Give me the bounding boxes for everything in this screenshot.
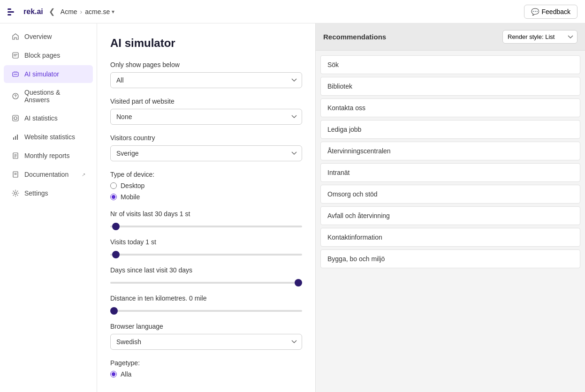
sidebar-item-questions-answers[interactable]: Questions & Answers bbox=[4, 84, 93, 108]
pagetype-alla-option[interactable]: Alla bbox=[110, 370, 302, 378]
topbar-left: rek.ai ❮ Acme › acme.se ▾ bbox=[8, 7, 114, 16]
home-icon bbox=[11, 32, 20, 41]
distance-slider-container bbox=[110, 306, 302, 313]
ai-stats-icon bbox=[11, 114, 20, 122]
device-desktop-radio[interactable] bbox=[110, 182, 117, 189]
breadcrumb-current-label: acme.se bbox=[85, 8, 110, 15]
svg-rect-3 bbox=[13, 53, 18, 58]
recommendation-item[interactable]: Sök bbox=[320, 55, 580, 74]
feedback-icon: 💬 bbox=[531, 8, 539, 15]
page-title: AI simulator bbox=[110, 37, 302, 50]
type-of-device-group: Type of device: Desktop Mobile bbox=[110, 171, 302, 201]
render-style-select[interactable]: Render style: List Render style: Grid Re… bbox=[502, 30, 577, 44]
device-mobile-radio[interactable] bbox=[110, 194, 117, 200]
device-mobile-label: Mobile bbox=[121, 193, 140, 201]
recommendation-item[interactable]: Återvinningscentralen bbox=[320, 142, 580, 160]
visits-today-group: Visits today 1 st bbox=[110, 238, 302, 257]
sidebar-label-ai-stats: AI statistics bbox=[24, 114, 58, 122]
logo-text: rek.ai bbox=[23, 8, 43, 16]
recommendations-panel: Recommendations Render style: List Rende… bbox=[315, 23, 585, 392]
only-show-pages-select[interactable]: All Specific pages bbox=[110, 72, 302, 88]
visits-today-slider-container bbox=[110, 249, 302, 257]
device-desktop-label: Desktop bbox=[121, 182, 144, 189]
topbar: rek.ai ❮ Acme › acme.se ▾ 💬 Feedback bbox=[0, 0, 585, 23]
svg-rect-15 bbox=[13, 115, 18, 121]
days-slider-container bbox=[110, 278, 302, 285]
visits-today-label: Visits today 1 st bbox=[110, 238, 302, 246]
recommendation-item[interactable]: Omsorg och stöd bbox=[320, 185, 580, 204]
recommendation-item[interactable]: Bibliotek bbox=[320, 77, 580, 96]
recommendation-item[interactable]: Bygga, bo och miljö bbox=[320, 249, 580, 268]
nr-visits-label: Nr of visits last 30 days 1 st bbox=[110, 210, 302, 218]
recommendation-item[interactable]: Lediga jobb bbox=[320, 120, 580, 139]
days-since-last-visit-group: Days since last visit 30 days bbox=[110, 266, 302, 285]
recommendation-item[interactable]: Intranät bbox=[320, 163, 580, 182]
recommendation-list: SökBibliotekKontakta ossLediga jobbÅterv… bbox=[316, 51, 585, 273]
main-content: AI simulator Only show pages below All S… bbox=[97, 23, 315, 392]
recommendation-item[interactable]: Avfall och återvinning bbox=[320, 206, 580, 225]
device-mobile-option[interactable]: Mobile bbox=[110, 193, 302, 201]
doc-icon bbox=[11, 170, 20, 179]
body-wrap: Overview Block pages bbox=[0, 23, 585, 392]
visitors-country-select[interactable]: Sverige Norway Denmark Finland bbox=[110, 145, 302, 161]
breadcrumb-current: acme.se ▾ bbox=[85, 8, 114, 15]
sidebar-label-documentation: Documentation bbox=[24, 171, 68, 178]
gear-icon bbox=[11, 189, 20, 197]
recommendations-title: Recommendations bbox=[323, 33, 386, 41]
svg-point-27 bbox=[15, 192, 17, 195]
sidebar-item-ai-statistics[interactable]: AI statistics bbox=[4, 109, 93, 127]
sidebar-item-settings[interactable]: Settings bbox=[4, 184, 93, 202]
chart-icon bbox=[11, 133, 20, 141]
breadcrumb-root[interactable]: Acme bbox=[61, 8, 77, 15]
feedback-label: Feedback bbox=[542, 8, 570, 15]
svg-point-7 bbox=[14, 74, 15, 75]
device-radio-group: Desktop Mobile bbox=[110, 182, 302, 201]
collapse-button[interactable]: ❮ bbox=[49, 7, 55, 16]
sidebar-label-ai-simulator: AI simulator bbox=[24, 70, 59, 78]
feedback-button[interactable]: 💬 Feedback bbox=[524, 5, 577, 19]
logo: rek.ai bbox=[8, 8, 43, 16]
svg-rect-18 bbox=[15, 136, 16, 140]
recommendation-item[interactable]: Kontakta oss bbox=[320, 98, 580, 117]
only-show-pages-label: Only show pages below bbox=[110, 61, 302, 68]
sidebar-item-block-pages[interactable]: Block pages bbox=[4, 46, 93, 64]
svg-rect-2 bbox=[8, 14, 11, 15]
qa-icon bbox=[11, 92, 20, 100]
visits-today-slider[interactable] bbox=[110, 254, 302, 256]
nr-visits-slider-container bbox=[110, 221, 302, 229]
recommendation-item[interactable]: Kontaktinformation bbox=[320, 228, 580, 247]
sidebar-item-website-statistics[interactable]: Website statistics bbox=[4, 128, 93, 146]
visited-part-group: Visited part of website None Blog Produc… bbox=[110, 98, 302, 125]
svg-rect-19 bbox=[17, 135, 18, 140]
svg-rect-1 bbox=[8, 11, 14, 13]
browser-language-select[interactable]: Swedish English Norwegian Danish bbox=[110, 334, 302, 350]
ai-icon bbox=[11, 70, 20, 78]
pagetype-label: Pagetype: bbox=[110, 359, 302, 367]
nr-visits-slider[interactable] bbox=[110, 226, 302, 227]
sidebar-label-qa: Questions & Answers bbox=[24, 89, 85, 104]
sidebar-item-monthly-reports[interactable]: Monthly reports bbox=[4, 147, 93, 165]
pagetype-alla-radio[interactable] bbox=[110, 371, 117, 377]
days-since-last-visit-slider[interactable] bbox=[110, 282, 302, 284]
device-desktop-option[interactable]: Desktop bbox=[110, 182, 302, 189]
distance-slider[interactable] bbox=[110, 310, 302, 312]
visited-part-select[interactable]: None Blog Products Support bbox=[110, 109, 302, 125]
only-show-pages-group: Only show pages below All Specific pages bbox=[110, 61, 302, 88]
sidebar-item-documentation[interactable]: Documentation ↗ bbox=[4, 166, 93, 183]
sidebar-item-overview[interactable]: Overview bbox=[4, 28, 93, 45]
block-icon bbox=[11, 51, 20, 60]
breadcrumb-separator: › bbox=[80, 8, 83, 15]
sidebar-label-overview: Overview bbox=[24, 33, 52, 40]
sidebar-label-block-pages: Block pages bbox=[24, 52, 60, 59]
sidebar-label-website-stats: Website statistics bbox=[24, 133, 75, 141]
pagetype-alla-label: Alla bbox=[121, 370, 131, 378]
breadcrumb-chevron-icon[interactable]: ▾ bbox=[112, 8, 114, 15]
recommendations-header: Recommendations Render style: List Rende… bbox=[316, 23, 585, 51]
collapse-icon: ❮ bbox=[49, 8, 55, 15]
browser-language-label: Browser language bbox=[110, 323, 302, 330]
pagetype-group: Pagetype: Alla bbox=[110, 359, 302, 378]
sidebar-item-ai-simulator[interactable]: AI simulator bbox=[4, 65, 93, 83]
visitors-country-label: Visitors country bbox=[110, 134, 302, 142]
svg-point-14 bbox=[15, 98, 16, 98]
type-of-device-label: Type of device: bbox=[110, 171, 302, 178]
